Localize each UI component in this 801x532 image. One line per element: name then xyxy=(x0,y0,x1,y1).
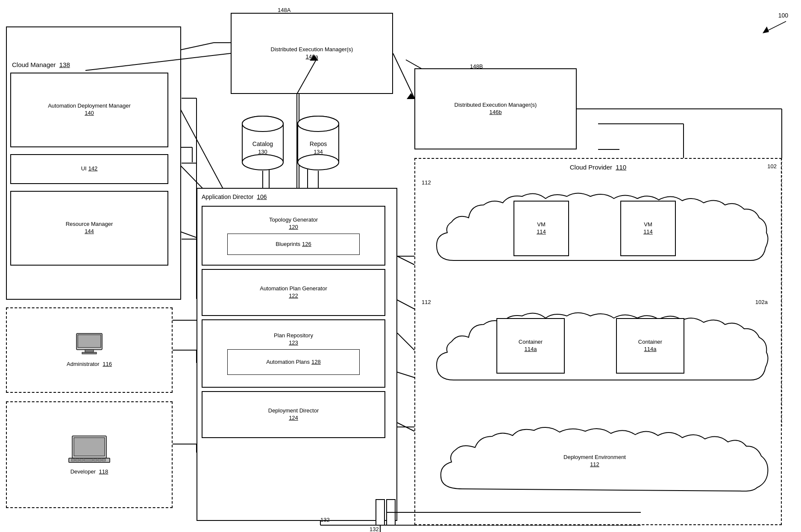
deploy-env-label: Deployment Environment 112 xyxy=(420,414,770,508)
plan-repo-box: Plan Repository 123 Automation Plans 128 xyxy=(202,319,385,388)
developer-label: Developer 118 xyxy=(70,468,109,476)
cloud-provider-header: Cloud Provider 110 xyxy=(420,163,777,172)
ref-102-label: 102 xyxy=(767,163,777,170)
adm-label: Automation Deployment Manager xyxy=(48,102,131,110)
svg-marker-59 xyxy=(407,93,415,99)
svg-text:Repos: Repos xyxy=(310,140,327,147)
svg-rect-40 xyxy=(98,459,101,461)
vm-2-box: VM 114 xyxy=(620,201,676,256)
rm-label: Resource Manager xyxy=(66,221,113,228)
vm-1-box: VM 114 xyxy=(513,201,569,256)
svg-point-50 xyxy=(298,155,339,170)
dem-a-ref: 146a xyxy=(306,53,318,61)
laptop-icon xyxy=(68,434,111,466)
svg-text:134: 134 xyxy=(314,149,323,155)
svg-text:Catalog: Catalog xyxy=(252,140,273,147)
svg-line-58 xyxy=(393,53,414,98)
deploy-env-container: Deployment Environment 112 xyxy=(420,414,770,508)
tg-ref: 120 xyxy=(289,224,298,231)
dem-a-label: Distributed Execution Manager(s) xyxy=(271,46,353,53)
svg-rect-31 xyxy=(82,352,97,354)
svg-point-44 xyxy=(242,155,283,170)
dd-ref: 124 xyxy=(289,415,298,422)
svg-marker-27 xyxy=(763,26,769,33)
ref-100-label: 100 xyxy=(778,12,788,19)
svg-line-26 xyxy=(765,21,786,32)
topology-generator-box: Topology Generator 120 Blueprints 126 xyxy=(202,206,385,266)
cloud-1-container: 112 VM 114 VM 114 xyxy=(420,175,770,286)
pr-label: Plan Repository xyxy=(274,332,313,339)
ref-148a-label: 148A xyxy=(278,7,290,13)
dem-b-ref: 146b xyxy=(490,109,502,116)
resource-manager-box: Resource Manager 144 xyxy=(10,191,168,266)
tg-label: Topology Generator xyxy=(269,216,318,224)
dem-b-box: Distributed Execution Manager(s) 146b xyxy=(414,68,577,149)
monitor-icon xyxy=(74,333,104,358)
svg-line-73 xyxy=(397,256,414,265)
catalog-cylinder: Catalog 130 xyxy=(239,115,286,172)
ui-box: UI 142 xyxy=(10,154,168,184)
svg-rect-29 xyxy=(78,335,101,348)
deployment-environment-outer-box: Cloud Provider 110 102 112 VM 114 VM xyxy=(414,158,782,525)
apg-box: Automation Plan Generator 122 xyxy=(202,269,385,316)
rm-ref: 144 xyxy=(85,228,94,235)
apg-label: Automation Plan Generator xyxy=(260,285,327,292)
cloud-2-container: 112 102a Container 114a Container 114a xyxy=(420,295,770,406)
ref-132-label: 132 xyxy=(320,517,330,523)
svg-rect-30 xyxy=(85,350,94,352)
repos-cylinder: Repos 134 xyxy=(295,115,342,172)
adm-box: Automation Deployment Manager 140 xyxy=(10,73,168,147)
automation-plans-box: Automation Plans 128 xyxy=(227,349,360,375)
svg-line-75 xyxy=(397,423,414,431)
dd-label: Deployment Director xyxy=(268,407,319,415)
svg-text:132: 132 xyxy=(370,526,379,532)
container-2-box: Container 114a xyxy=(616,318,684,374)
svg-point-45 xyxy=(242,116,283,132)
container-1-box: Container 114a xyxy=(496,318,565,374)
svg-rect-41 xyxy=(102,459,106,461)
svg-rect-38 xyxy=(84,459,93,461)
apg-ref: 122 xyxy=(289,292,298,300)
svg-rect-37 xyxy=(80,459,83,461)
dem-a-box: Distributed Execution Manager(s) 146a xyxy=(231,13,393,94)
svg-rect-39 xyxy=(94,459,97,461)
svg-line-74 xyxy=(397,333,414,350)
administrator-label: Administrator 116 xyxy=(67,361,112,368)
app-director-label: Application Director 106 xyxy=(202,193,392,201)
adm-ref: 140 xyxy=(85,110,94,117)
diagram-container: 100 Cloud Manager 138 Automation Deploym… xyxy=(0,0,801,532)
dem-b-label: Distributed Execution Manager(s) xyxy=(455,102,537,109)
svg-text:130: 130 xyxy=(258,149,267,155)
developer-box: Developer 118 xyxy=(6,401,173,508)
cloud-manager-box: Cloud Manager 138 Automation Deployment … xyxy=(6,26,181,300)
svg-rect-35 xyxy=(71,459,75,461)
svg-rect-33 xyxy=(74,438,105,456)
svg-point-51 xyxy=(298,116,339,132)
ref-148b-label: 148B xyxy=(470,63,483,70)
blueprints-box: Blueprints 126 xyxy=(227,234,360,255)
app-director-box: Application Director 106 Topology Genera… xyxy=(197,188,397,521)
cloud-manager-label: Cloud Manager 138 xyxy=(10,61,70,69)
administrator-box: Administrator 116 xyxy=(6,307,173,393)
pr-ref: 123 xyxy=(289,339,298,347)
svg-rect-36 xyxy=(76,459,79,461)
deployment-director-box: Deployment Director 124 xyxy=(202,391,385,438)
